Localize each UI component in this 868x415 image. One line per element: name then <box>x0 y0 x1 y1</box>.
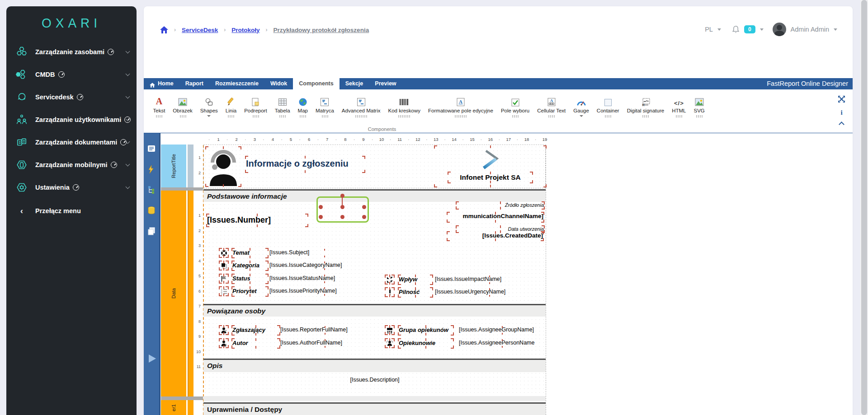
bell-icon[interactable] <box>732 25 740 33</box>
issue-number-object[interactable]: [Issues.Number] <box>207 214 307 226</box>
component-podreport[interactable]: Podreport <box>241 95 271 117</box>
sidebar-item-zarzadzanie-dokumentami[interactable]: Zarządzanie dokumentami <box>6 133 137 152</box>
tab-home[interactable]: Home <box>144 78 179 89</box>
description-object[interactable]: [Issues.Description] <box>271 376 478 384</box>
field-value[interactable]: [Issues.IssueStatusName] <box>269 275 380 283</box>
user-name[interactable]: Admin Admin <box>791 26 829 33</box>
field-value[interactable]: [Issues.IssueImpactName] <box>435 275 544 284</box>
field-label[interactable]: Temat <box>232 249 268 257</box>
vertical-scrollbar[interactable] <box>860 0 868 415</box>
person-value[interactable]: [Issues.AuthorFullName] <box>280 339 370 348</box>
field-icon-wplyw[interactable] <box>386 275 394 284</box>
resize-handle[interactable] <box>319 205 323 209</box>
tab-widok[interactable]: Widok <box>264 78 293 89</box>
company-name-text[interactable]: Infonet Projekt SA <box>448 173 532 182</box>
section-header-people[interactable]: Powiązane osoby <box>203 304 546 317</box>
component-kod-kreskowy[interactable]: Kod kreskowy <box>384 95 425 117</box>
component-linia[interactable]: Linia <box>222 95 240 117</box>
copy-pages-icon[interactable] <box>147 227 157 237</box>
rotation-handle[interactable] <box>340 194 344 198</box>
component-advanced-matrix[interactable]: Advanced Matrix <box>338 95 384 117</box>
component-cellular-text[interactable]: A Cellular Text <box>533 95 570 117</box>
report-page[interactable]: Informacje o zgłoszeniu Infonet Projekt … <box>203 145 546 415</box>
tab-sekcje[interactable]: Sekcje <box>340 78 369 89</box>
section-header-uprawnienia[interactable]: Uprawnienia / Dostępy <box>203 402 546 415</box>
section-header-opis[interactable]: Opis <box>203 359 546 372</box>
report-tree-icon[interactable] <box>147 185 157 195</box>
notification-count-badge[interactable]: 0 <box>744 25 755 33</box>
person-icon-zglaszajacy[interactable] <box>220 326 228 334</box>
sidebar-item-cmdb[interactable]: CMDB <box>6 65 137 84</box>
component-digital-signature[interactable]: R Digital signature <box>623 95 668 117</box>
field-label[interactable]: Pilność <box>399 288 432 297</box>
person-label[interactable]: Autor <box>232 339 279 348</box>
person-label[interactable]: Opiekunowie <box>399 339 453 348</box>
chevron-down-icon[interactable] <box>760 28 764 31</box>
section-header-basic[interactable]: Podstawowe informacje <box>203 189 546 202</box>
field-label[interactable]: Kategoria <box>232 261 268 270</box>
field-value[interactable]: [Issues.Subject] <box>269 249 380 257</box>
sidebar-item-zarzadzanie-uzytkownikami[interactable]: Zarządzanie użytkownikami <box>6 110 137 129</box>
field-icon-status[interactable] <box>220 275 228 283</box>
person-value[interactable]: [Issues.AssigneeGroupName] <box>459 326 546 335</box>
person-value[interactable]: [Issues.ReporterFullName] <box>280 326 370 335</box>
selected-object-handles[interactable] <box>316 196 369 223</box>
component-obrazek[interactable]: Obrazek <box>169 95 196 117</box>
field-icon-pilnosc[interactable] <box>386 288 394 296</box>
resize-handle[interactable] <box>319 215 323 219</box>
avatar[interactable] <box>773 23 786 36</box>
report-title-text[interactable]: Informacje o zgłoszeniu <box>246 157 364 172</box>
oxari-logo[interactable]: OXARI <box>6 16 137 31</box>
resize-handle[interactable] <box>340 215 344 219</box>
scrollbar-thumb[interactable] <box>861 0 867 415</box>
tab-components[interactable]: Components <box>293 78 339 89</box>
field-label[interactable]: Wpływ <box>399 275 432 284</box>
sidebar-item-zarzadzanie-mobilnymi[interactable]: Zarządzanie mobilnymi <box>6 155 137 174</box>
person-label[interactable]: Grupa opiekunów <box>399 326 453 335</box>
created-value-object[interactable]: [Issues.CreatedDate] <box>448 232 543 240</box>
source-label-object[interactable]: Źródło zgłoszenia <box>457 202 544 209</box>
band-separator[interactable] <box>161 396 203 400</box>
report-picture-object[interactable] <box>206 147 241 186</box>
created-label-object[interactable]: Data utworzenia <box>457 226 544 232</box>
resize-handle[interactable] <box>340 205 344 209</box>
tab-rozmieszczenie[interactable]: Rozmieszczenie <box>209 78 264 89</box>
component-shapes[interactable]: Shapes <box>196 95 222 117</box>
field-label[interactable]: Status <box>232 275 268 283</box>
data-source-icon[interactable] <box>147 206 157 216</box>
band-groupheader[interactable]: er1 <box>161 400 186 415</box>
component-matryca[interactable]: Matryca <box>311 95 338 117</box>
run-preview-icon[interactable] <box>147 354 157 364</box>
component-container[interactable]: Container <box>593 95 623 117</box>
component-map[interactable]: Map <box>294 95 311 117</box>
breadcrumb-servicedesk[interactable]: ServiceDesk <box>182 27 218 33</box>
resize-handle[interactable] <box>362 215 366 219</box>
sidebar-item-servicedesk[interactable]: Servicedesk <box>6 88 137 107</box>
tab-raport[interactable]: Raport <box>179 78 209 89</box>
company-logo-object[interactable]: Infonet Projekt SA <box>435 146 546 187</box>
chevron-down-icon[interactable] <box>834 28 837 31</box>
events-lightning-icon[interactable] <box>147 165 157 175</box>
component-gauge[interactable]: Gauge <box>570 95 593 117</box>
home-icon[interactable] <box>160 26 168 33</box>
field-label[interactable]: Priorytet <box>232 287 268 296</box>
component-tekst[interactable]: A Tekst <box>149 95 169 117</box>
field-value[interactable]: [Issues.IssueUrgencyName] <box>435 288 544 297</box>
breadcrumb-protokoly[interactable]: Protokoły <box>231 27 259 33</box>
component-formatowane-pole[interactable]: A Formatowane pole edycyjne <box>425 95 497 117</box>
collapse-menu-button[interactable]: ‹ Przełącz menu <box>6 201 137 220</box>
fullscreen-icon[interactable] <box>838 95 845 103</box>
collapse-toolbar-icon[interactable] <box>839 121 844 127</box>
tab-preview[interactable]: Preview <box>369 78 402 89</box>
resize-handle[interactable] <box>362 205 366 209</box>
person-value[interactable]: [Issues.AssigneePersonName <box>459 339 546 348</box>
persons-icon[interactable] <box>386 339 394 347</box>
component-tabela[interactable]: Tabela <box>271 95 294 117</box>
sidebar-item-zarzadzanie-zasobami[interactable]: Zarządzanie zasobami <box>6 42 137 61</box>
field-value[interactable]: [Issues.IssueCategoryName] <box>269 261 380 270</box>
person-label[interactable]: Zgłaszający <box>232 326 279 335</box>
component-svg[interactable]: SVG <box>690 95 708 117</box>
language-selector[interactable]: PL <box>705 26 713 33</box>
band-data[interactable]: Data <box>161 191 186 396</box>
group-icon[interactable] <box>386 326 394 334</box>
